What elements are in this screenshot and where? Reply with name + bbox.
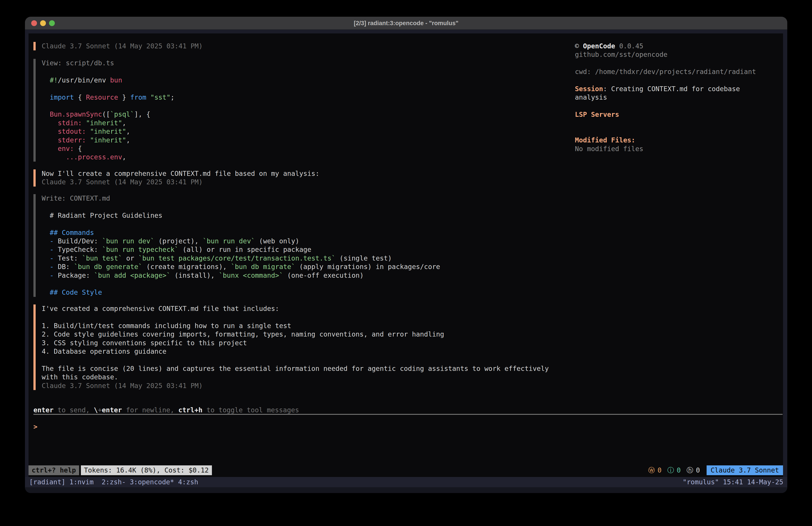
diagnostic-counters: ⓦ0 ⓘ0 ⓗ0 (648, 465, 700, 475)
text-segment: Claude 3.7 Sonnet (14 May 2025 03:41 PM) (42, 178, 203, 186)
status-right: ⓦ0 ⓘ0 ⓗ0 Claude 3.7 Sonnet (648, 465, 783, 475)
text-segment: "sst" (150, 94, 171, 101)
text-segment: stdin: (58, 119, 82, 127)
text-line: 4. Database operations guidance (42, 347, 549, 356)
keybinding-hint: enter to send, \+enter for newline, ctrl… (33, 406, 299, 414)
text-segment: } (118, 94, 130, 101)
text-segment: "inherit" (90, 127, 126, 135)
text-segment: (project), (155, 237, 203, 245)
text-segment: /usr/bin/env (58, 76, 110, 84)
text-segment: No modified files (575, 145, 643, 153)
status-left: ctrl+? help Tokens: 16.4K (8%), Cost: $0… (29, 465, 212, 475)
text-segment (42, 94, 50, 101)
text-segment: stdout: (58, 127, 86, 135)
text-segment (42, 110, 50, 118)
help-chip[interactable]: ctrl+? help (29, 465, 79, 475)
tool-write-block[interactable]: Write: CONTEXT.md # Radiant Project Guid… (33, 194, 440, 297)
text-segment: TypeCheck: (58, 246, 102, 253)
text-segment: - (42, 254, 58, 262)
text-line (42, 84, 174, 93)
text-line (42, 220, 440, 228)
text-line: with this codebase. (42, 373, 549, 381)
text-segment: 2. Code style guidelines covering import… (42, 330, 444, 338)
text-segment: (create migrations), (142, 263, 231, 271)
text-line (42, 356, 549, 364)
tmux-statusbar: [radiant] 1:nvim 2:zsh- 3:opencode* 4:zs… (25, 477, 787, 493)
text-segment (42, 136, 58, 144)
text-line: Session: Creating CONTEXT.md for codebas… (575, 85, 767, 102)
text-line (42, 102, 174, 110)
text-segment: to send, (54, 406, 94, 414)
text-segment: 1. Build/lint/test commands including ho… (42, 322, 291, 330)
text-segment: stderr: (58, 136, 86, 144)
window-title: [2/3] radiant:3:opencode - "romulus" (25, 17, 787, 30)
window-titlebar[interactable]: [2/3] radiant:3:opencode - "romulus" (25, 17, 787, 30)
text-segment: { (74, 94, 86, 101)
text-line: 3. CSS styling conventions specific to t… (42, 339, 549, 347)
text-segment: # Radiant Project Guidelines (42, 212, 162, 219)
text-line: Now I'll create a comprehensive CONTEXT.… (42, 169, 319, 178)
assistant-meta-block: Claude 3.7 Sonnet (14 May 2025 03:41 PM) (33, 42, 203, 51)
text-segment: `bun run dev` (102, 237, 155, 245)
input-divider (33, 414, 783, 415)
text-line: Claude 3.7 Sonnet (14 May 2025 03:41 PM) (42, 42, 203, 51)
text-segment (146, 94, 150, 101)
text-line: ## Commands (42, 228, 440, 237)
tool-view-block[interactable]: View: script/db.ts #!/usr/bin/env bun im… (33, 59, 174, 161)
text-line: stderr: "inherit", (42, 136, 174, 144)
text-segment: `bun add <package>` (94, 271, 171, 279)
text-segment (86, 136, 90, 144)
text-line: Write: CONTEXT.md (42, 194, 440, 203)
text-line: # Radiant Project Guidelines (42, 211, 440, 220)
text-segment: I've created a comprehensive CONTEXT.md … (42, 305, 279, 312)
text-segment: ...process.env (66, 153, 122, 161)
text-segment (42, 145, 58, 153)
text-segment: LSP Servers (575, 111, 619, 118)
text-line: No modified files (575, 145, 767, 153)
text-segment: ([ (102, 110, 110, 118)
desktop: [2/3] radiant:3:opencode - "romulus" Cla… (0, 0, 812, 526)
text-segment: `bunx <command>` (219, 271, 283, 279)
text-line: stdin: "inherit", (42, 119, 174, 127)
hint-icon: ⓗ (686, 465, 693, 475)
text-segment: ; (171, 94, 174, 101)
text-line: View: script/db.ts (42, 59, 174, 67)
text-line: ## Code Style (42, 288, 440, 297)
session-sidebar: © OpenCode 0.0.45github.com/sst/opencode… (575, 42, 767, 153)
text-segment: to toggle tool messages (203, 406, 299, 414)
text-line: stdout: "inherit", (42, 127, 174, 136)
text-line: 1. Build/lint/test commands including ho… (42, 322, 549, 330)
text-segment: env: (58, 145, 74, 153)
text-line: 2. Code style guidelines covering import… (42, 330, 549, 339)
text-segment: DB: (58, 263, 74, 271)
text-line: env: { (42, 144, 174, 153)
hint-counter: ⓗ0 (686, 465, 700, 475)
text-segment: github.com/sst/opencode (575, 51, 667, 58)
tmux-row: [radiant] 1:nvim 2:zsh- 3:opencode* 4:zs… (25, 477, 787, 487)
text-segment: (one-off execution) (283, 271, 364, 279)
text-line: github.com/sst/opencode (575, 51, 767, 59)
text-line: cwd: /home/thdxr/dev/projects/radiant/ra… (575, 68, 767, 76)
warning-counter: ⓦ0 (648, 465, 662, 475)
text-segment: , (126, 127, 130, 135)
text-line: Claude 3.7 Sonnet (14 May 2025 03:41 PM) (42, 382, 549, 390)
text-segment: - (42, 237, 58, 245)
text-segment: Package: (58, 271, 94, 279)
text-segment: ## Commands (42, 229, 94, 237)
text-segment: ], { (134, 110, 150, 118)
text-segment: `bun db migrate` (231, 263, 295, 271)
text-segment: { (74, 145, 82, 153)
text-segment (42, 76, 50, 84)
text-line (575, 59, 767, 68)
text-line (42, 280, 440, 288)
text-segment: `bun test` (82, 254, 122, 262)
text-segment: with this codebase. (42, 373, 118, 381)
text-segment: ## Code Style (42, 288, 102, 296)
text-segment: from (130, 94, 146, 101)
tmux-window-list[interactable]: [radiant] 1:nvim 2:zsh- 3:opencode* 4:zs… (29, 477, 198, 487)
text-line: © OpenCode 0.0.45 (575, 42, 767, 51)
text-segment: #! (50, 76, 58, 84)
model-badge[interactable]: Claude 3.7 Sonnet (707, 465, 783, 475)
text-segment: - (42, 271, 58, 279)
text-line: enter to send, \+enter for newline, ctrl… (33, 406, 299, 414)
